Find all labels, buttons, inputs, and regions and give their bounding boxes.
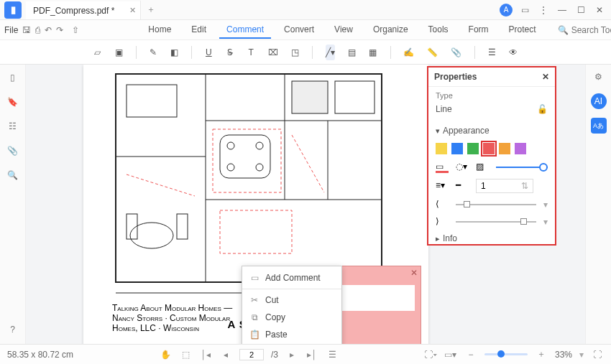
end-cap-slider[interactable] <box>456 221 536 223</box>
export-icon[interactable]: ⇧ <box>72 22 79 38</box>
note-icon[interactable]: ▤ <box>348 45 356 60</box>
prev-page-icon[interactable]: ◂ <box>219 350 232 360</box>
menu-tabs: Home Edit Comment Convert View Organize … <box>141 22 543 39</box>
stroke-color-icon[interactable]: ▭ <box>436 162 449 173</box>
layout-icon[interactable]: ▭▾ <box>444 350 457 360</box>
line-weight-icon[interactable]: ━ <box>456 180 469 192</box>
redo-icon[interactable]: ↷ <box>56 22 63 38</box>
line-style-icon[interactable]: ≡▾ <box>436 180 449 192</box>
translate-icon[interactable]: Aあ <box>591 118 607 134</box>
zoom-dropdown-icon[interactable]: ▾ <box>579 350 584 360</box>
underline-icon[interactable]: U <box>205 45 213 60</box>
highlighter-icon[interactable]: ▱ <box>93 45 101 60</box>
start-cap-icon[interactable]: ⟨ <box>436 199 449 210</box>
app-logo: ▮ <box>4 1 22 19</box>
dropdown-icon[interactable]: ▾ <box>543 200 548 210</box>
first-page-icon[interactable]: │◂ <box>199 350 212 360</box>
callout-icon[interactable]: ◳ <box>291 45 299 60</box>
document-tab[interactable]: PDF_Compress.pdf * ✕ <box>26 0 141 19</box>
read-mode-icon[interactable]: ☰ <box>326 350 339 360</box>
hide-comments-icon[interactable]: 👁 <box>509 45 518 60</box>
end-cap-icon[interactable]: ⟩ <box>436 216 449 228</box>
zoom-in-icon[interactable]: ＋ <box>535 348 548 360</box>
opacity-slider[interactable] <box>496 167 548 168</box>
tab-convert[interactable]: Convert <box>277 22 321 39</box>
select-tool-icon[interactable]: ⬚ <box>179 350 192 360</box>
search-tools[interactable]: 🔍 <box>558 25 611 35</box>
file-menu[interactable]: File <box>4 22 18 38</box>
textbox-icon[interactable]: ⌧ <box>268 45 278 60</box>
dropdown-icon[interactable]: ▾ <box>543 217 548 227</box>
search-input[interactable] <box>571 25 611 35</box>
close-tab-icon[interactable]: ✕ <box>129 6 136 15</box>
fit-options-icon[interactable]: ⛶▾ <box>424 350 437 360</box>
swatch-blue[interactable] <box>451 143 463 154</box>
popup-close-icon[interactable]: ✕ <box>410 268 418 278</box>
next-page-icon[interactable]: ▸ <box>285 350 298 360</box>
zoom-out-icon[interactable]: − <box>464 350 477 360</box>
maximize-button[interactable]: ☐ <box>572 1 589 19</box>
cm-cut[interactable]: ✂Cut <box>242 291 341 309</box>
fill-color-icon[interactable]: ◌▾ <box>456 162 469 173</box>
user-avatar[interactable]: A <box>497 1 515 19</box>
annotation-text-field[interactable] <box>334 285 415 311</box>
ai-icon[interactable]: AI <box>591 93 607 109</box>
zoom-slider[interactable] <box>484 353 528 355</box>
canvas[interactable]: ⎘ <box>26 65 585 344</box>
hand-tool-icon[interactable]: ✋ <box>159 350 172 360</box>
tab-protect[interactable]: Protect <box>502 22 543 39</box>
pencil-icon[interactable]: ✎ <box>149 45 157 60</box>
pattern-icon[interactable]: ▨ <box>476 162 489 173</box>
undo-icon[interactable]: ↶ <box>45 22 52 38</box>
tab-comment[interactable]: Comment <box>219 22 271 39</box>
layers-icon[interactable]: ☷ <box>6 119 20 134</box>
close-window-button[interactable]: ✕ <box>591 1 608 19</box>
tab-view[interactable]: View <box>327 22 360 39</box>
settings-bars-icon[interactable]: ⚙ <box>591 69 607 85</box>
eraser-icon[interactable]: ◧ <box>170 45 178 60</box>
swatch-orange[interactable] <box>499 143 510 154</box>
tab-edit[interactable]: Edit <box>184 22 213 39</box>
strikethrough-icon[interactable]: S̶ <box>226 45 234 60</box>
area-highlight-icon[interactable]: ▣ <box>114 45 122 60</box>
thumbnails-icon[interactable]: ▯ <box>6 70 20 85</box>
search-panel-icon[interactable]: 🔍 <box>6 168 20 182</box>
save-icon[interactable]: 🖫 <box>22 22 31 38</box>
minimize-button[interactable]: — <box>553 1 571 19</box>
appearance-section-toggle[interactable]: ▾ Appearance <box>428 123 555 139</box>
new-tab-button[interactable]: ＋ <box>141 0 161 19</box>
swatch-red[interactable] <box>483 143 495 154</box>
help-icon[interactable]: ? <box>6 322 20 337</box>
text-icon[interactable]: T <box>247 45 254 60</box>
svg-line-19 <box>292 135 324 192</box>
cm-paste[interactable]: 📋Paste <box>242 326 341 343</box>
stamp-icon[interactable]: ▦ <box>369 45 377 60</box>
presentation-icon[interactable]: ▭ <box>516 1 533 19</box>
print-icon[interactable]: ⎙ <box>35 22 40 38</box>
page-number-input[interactable] <box>239 349 264 360</box>
attachments-icon[interactable]: 📎 <box>6 144 20 158</box>
thickness-input[interactable]: 1⇅ <box>476 179 533 193</box>
tab-home[interactable]: Home <box>141 22 178 39</box>
fullscreen-icon[interactable]: ⛶ <box>591 350 604 360</box>
swatch-yellow[interactable] <box>436 143 447 154</box>
close-panel-icon[interactable]: ✕ <box>542 72 549 82</box>
comments-list-icon[interactable]: ☰ <box>488 45 496 60</box>
kebab-menu-icon[interactable]: ⋮ <box>535 1 552 19</box>
tab-organize[interactable]: Organize <box>366 22 415 39</box>
info-section-toggle[interactable]: ▸ Info <box>428 230 555 246</box>
cm-add-comment[interactable]: ▭Add Comment <box>242 269 341 286</box>
start-cap-slider[interactable] <box>456 204 536 205</box>
tab-form[interactable]: Form <box>461 22 496 39</box>
line-tool-icon[interactable]: ╱▾ <box>326 45 335 60</box>
signature-icon[interactable]: ✍ <box>403 45 414 60</box>
tab-tools[interactable]: Tools <box>421 22 456 39</box>
cm-copy[interactable]: ⧉Copy <box>242 309 341 326</box>
attachment-icon[interactable]: 📎 <box>451 45 461 60</box>
swatch-purple[interactable] <box>515 143 526 154</box>
last-page-icon[interactable]: ▸│ <box>306 350 318 360</box>
bookmarks-icon[interactable]: 🔖 <box>6 95 20 109</box>
measure-icon[interactable]: 📏 <box>427 45 438 60</box>
lock-icon[interactable]: 🔓 <box>537 104 548 114</box>
swatch-green[interactable] <box>467 143 479 154</box>
